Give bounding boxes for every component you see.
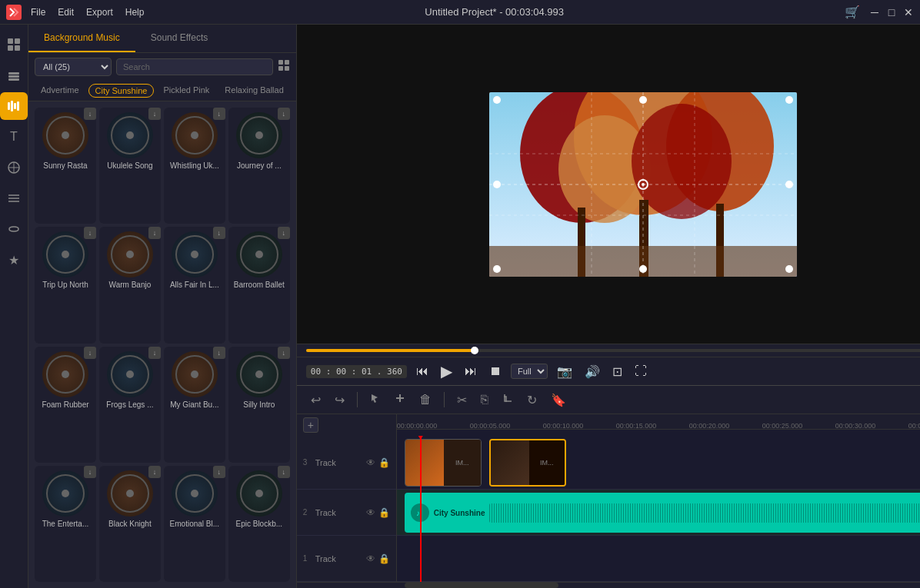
sidebar-icon-text[interactable]: T [0,123,28,151]
music-item-ukulele[interactable]: ↓ Ukulele Song [99,108,161,224]
select-button[interactable] [365,390,385,410]
download-badge: ↓ [213,347,225,359]
screenshot-button[interactable]: 📷 [554,363,575,380]
maximize-button[interactable]: □ [886,7,897,18]
category-tags: Advertime City Sunshine Pickled Pink Rel… [28,81,296,101]
video-clip-2[interactable]: IM... [489,439,566,487]
fullscreen-button[interactable]: ⛶ [632,363,650,380]
video-clip-1[interactable]: IM... [405,439,482,487]
music-grid: ↓ Sunny Rasta ↓ Ukulele Song ↓ Whistling… [28,101,296,588]
rotate-tool-button[interactable]: ↻ [522,390,542,410]
delete-button[interactable]: 🗑 [415,390,436,410]
timeline-scrollbar[interactable] [297,582,920,588]
music-item-silly[interactable]: ↓ Silly Intro [228,347,290,463]
grid-toggle-icon[interactable] [278,59,290,75]
volume-button[interactable]: 🔊 [582,363,603,380]
sidebar-icon-effects[interactable] [0,154,28,181]
play-button[interactable]: ▶ [438,360,455,382]
skip-back-button[interactable]: ⏮ [413,363,432,380]
music-item-sunny-rasta[interactable]: ↓ Sunny Rasta [35,108,96,224]
music-item-emotional[interactable]: ↓ Emotional Bl... [164,466,225,582]
music-item-foam[interactable]: ↓ Foam Rubber [35,347,96,463]
music-item-giant[interactable]: ↓ My Giant Bu... [164,347,225,463]
sidebar-icon-media[interactable] [0,31,28,58]
progress-bar[interactable] [306,349,920,352]
music-item-black-knight[interactable]: ↓ Black Knight [99,466,161,582]
music-item-warm-banjo[interactable]: ↓ Warm Banjo [99,227,161,343]
music-item-journey[interactable]: ↓ Journey of ... [228,108,290,224]
sidebar-icon-favorites[interactable]: ★ [0,246,28,274]
menu-file[interactable]: File [31,7,45,18]
svg-rect-4 [8,72,19,75]
titlebar-menus: File Edit Export Help [31,7,144,18]
svg-rect-10 [17,101,19,111]
window-controls: ─ □ ✕ [869,7,914,18]
download-badge: ↓ [213,108,225,120]
sidebar-icon-layers[interactable] [0,61,28,89]
add-track-button[interactable]: + [303,417,318,433]
track-lane-2: ♪ City Sunshine [397,490,920,536]
audio-clip[interactable]: ♪ City Sunshine [405,493,920,533]
quality-select[interactable]: Full 1/2 1/4 [511,364,548,379]
time-display: 00 : 00 : 01 . 360 [306,365,407,378]
music-item-trip[interactable]: ↓ Trip Up North [35,227,96,343]
svg-rect-7 [8,102,10,110]
sidebar-icon-mask[interactable] [0,215,28,243]
minimize-button[interactable]: ─ [869,7,880,18]
track-lane-3: IM... IM... [397,436,920,490]
track-content-inner: IM... IM... [397,436,920,582]
track-header-3: 3 Track 👁 🔒 [297,436,396,490]
cat-tag-city[interactable]: City Sunshine [88,84,155,98]
filter-row: All (25) Advertime Nature [28,53,296,81]
menu-help[interactable]: Help [125,7,145,18]
stop-button[interactable]: ⏹ [486,363,505,380]
player-controls [297,344,920,357]
track-visibility-1[interactable]: 👁 [366,553,375,564]
track-lock-1[interactable]: 🔒 [378,553,390,564]
menu-edit[interactable]: Edit [58,7,74,18]
music-item-whistling[interactable]: ↓ Whistling Uk... [164,108,225,224]
category-select[interactable]: All (25) Advertime Nature [35,58,112,76]
tab-sound-effects[interactable]: Sound Effects [135,25,224,52]
bookmark-button[interactable]: 🔖 [546,390,571,410]
music-label: Ukulele Song [104,161,156,170]
sidebar-icon-transitions[interactable] [0,184,28,212]
add-button[interactable] [390,390,410,410]
scrollbar-thumb[interactable] [405,583,558,588]
track-lock-3[interactable]: 🔒 [378,457,390,468]
crop-button[interactable] [498,390,518,410]
music-item-entertain[interactable]: ↓ The Enterta... [35,466,96,582]
track-visibility-3[interactable]: 👁 [366,457,375,468]
copy-button[interactable]: ⎘ [476,390,493,410]
fit-screen-button[interactable]: ⊡ [609,363,625,380]
playhead[interactable] [420,436,422,582]
redo-button[interactable]: ↪ [330,390,349,410]
cat-tag-relaxing[interactable]: Relaxing Ballad [218,84,289,98]
audio-waveform [489,503,920,523]
preview-panel: 00 : 00 : 01 . 360 ⏮ ▶ ⏭ ⏹ Full 1/2 1/4 … [297,25,920,385]
track-lock-2[interactable]: 🔒 [378,507,390,518]
track-visibility-2[interactable]: 👁 [366,507,375,518]
music-item-epic[interactable]: ↓ Epic Blockb... [228,466,290,582]
skip-frame-button[interactable]: ⏭ [462,363,480,380]
window-title: Untitled Project* - 00:03:04.993 [425,6,564,18]
music-item-alls-fair[interactable]: ↓ Alls Fair In L... [164,227,225,343]
sidebar-icon-audio[interactable] [0,92,28,120]
music-item-barroom[interactable]: ↓ Barroom Ballet [228,227,290,343]
svg-rect-12 [278,60,283,65]
split-button[interactable]: ✂ [452,390,472,410]
svg-rect-3 [15,45,20,51]
cat-tag-advertime[interactable]: Advertime [35,84,85,98]
music-label: The Enterta... [39,520,92,528]
close-button[interactable]: ✕ [903,7,914,18]
music-item-frogs[interactable]: ↓ Frogs Legs ... [99,347,161,463]
cat-tag-pickled[interactable]: Pickled Pink [157,84,215,98]
menu-export[interactable]: Export [86,7,113,18]
undo-button[interactable]: ↩ [306,390,325,410]
track-header-2: 2 Track 👁 🔒 [297,490,396,536]
music-label: Trip Up North [39,281,92,289]
tab-background-music[interactable]: Background Music [28,25,135,52]
download-badge: ↓ [148,347,161,359]
search-input[interactable] [116,58,273,75]
cart-icon[interactable]: 🛒 [845,5,860,19]
